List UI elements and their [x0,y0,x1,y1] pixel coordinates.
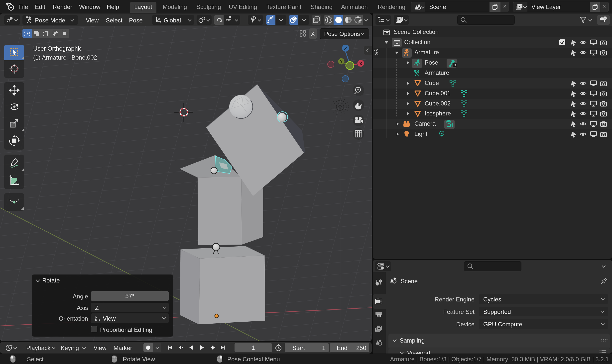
svg-text:X: X [359,61,363,66]
svg-text:Z: Z [344,46,347,51]
svg-text:Y: Y [340,59,343,64]
